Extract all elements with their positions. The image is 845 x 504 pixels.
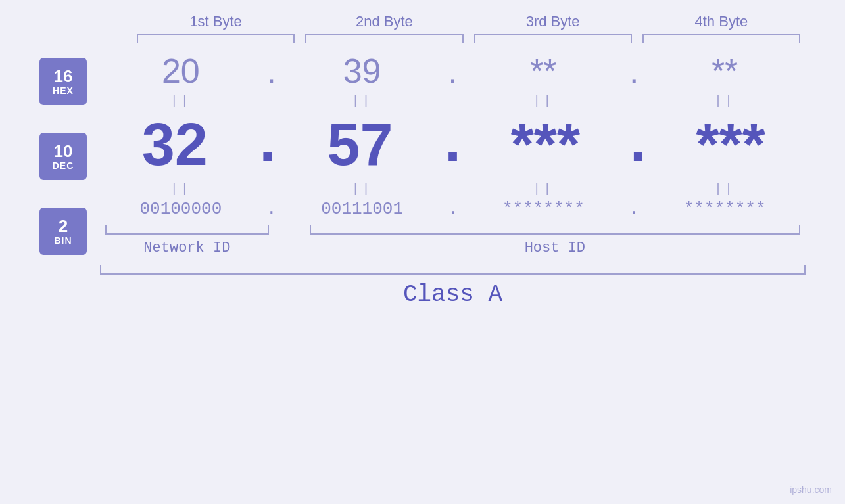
byte-3-header: 3rd Byte [469, 13, 637, 30]
dec-badge: 10 DEC [39, 133, 87, 180]
base-labels-column: 16 HEX 10 DEC 2 BIN [39, 51, 87, 255]
bin-number: 2 [59, 217, 68, 236]
bin-dot-2: . [443, 199, 463, 219]
hex-val-1: 20 [100, 51, 262, 91]
hex-name: HEX [53, 85, 74, 96]
dec-dot-3: . [620, 112, 656, 179]
eq-1-2: || [281, 93, 443, 108]
byte-4-header: 4th Byte [637, 13, 806, 30]
dec-val-1: 32 [100, 111, 250, 179]
dec-val-3: *** [471, 111, 621, 179]
byte-1-header: 1st Byte [132, 13, 300, 30]
network-id-bracket-wrap: Network ID [105, 224, 269, 256]
main-data-area: 16 HEX 10 DEC 2 BIN 20 . [39, 51, 806, 308]
eq-1-3: || [463, 93, 625, 108]
byte-headers-row: 1st Byte 2nd Byte 3rd Byte 4th Byte [39, 13, 806, 30]
byte-2-header: 2nd Byte [300, 13, 468, 30]
dec-number: 10 [54, 142, 73, 161]
values-grid: 20 . 39 . ** . ** [100, 51, 806, 308]
watermark: ipshu.com [790, 484, 832, 495]
eq-1-4: || [644, 93, 806, 108]
dec-dot-2: . [435, 112, 470, 179]
network-id-label: Network ID [105, 240, 269, 256]
eq-2-2: || [281, 181, 443, 196]
bin-values-row: 00100000 . 00111001 . ******** . [100, 199, 806, 219]
bottom-brackets-area: Network ID Host ID [100, 224, 806, 256]
top-bracket-2 [305, 34, 463, 45]
class-bracket [100, 264, 806, 275]
bin-name: BIN [54, 235, 72, 246]
main-container: 1st Byte 2nd Byte 3rd Byte 4th Byte 16 H… [0, 0, 845, 504]
top-bracket-4 [642, 34, 800, 45]
eq-2-3: || [463, 181, 625, 196]
host-id-bracket [310, 224, 800, 235]
hex-values-row: 20 . 39 . ** . ** [100, 51, 806, 91]
top-bracket-3 [474, 34, 632, 45]
class-bracket-section: Class A [100, 264, 806, 308]
network-id-bracket [105, 224, 269, 235]
dec-dot-1: . [250, 112, 285, 179]
bin-val-1: 00100000 [100, 199, 262, 219]
top-bracket-row [39, 34, 806, 45]
hex-val-4: ** [644, 51, 806, 91]
host-id-label: Host ID [310, 240, 800, 256]
dec-name: DEC [53, 160, 74, 171]
dec-val-2: 57 [285, 111, 435, 179]
eq-row-1: || || || || [100, 93, 806, 108]
hex-number: 16 [54, 67, 73, 86]
bin-dot-3: . [624, 199, 644, 219]
hex-val-3: ** [463, 51, 625, 91]
bin-val-2: 00111001 [281, 199, 443, 219]
hex-badge: 16 HEX [39, 58, 87, 105]
hex-dot-1: . [262, 51, 281, 91]
eq-row-2: || || || || [100, 181, 806, 196]
dec-values-row: 32 . 57 . *** . *** [100, 111, 806, 179]
bin-badge: 2 BIN [39, 208, 87, 255]
hex-dot-2: . [443, 51, 463, 91]
bin-dot-1: . [262, 199, 281, 219]
bin-val-3: ******** [463, 199, 625, 219]
hex-val-2: 39 [281, 51, 443, 91]
class-label: Class A [100, 281, 806, 308]
top-bracket-1 [137, 34, 295, 45]
eq-2-4: || [644, 181, 806, 196]
dec-val-4: *** [656, 111, 806, 179]
eq-2-1: || [100, 181, 262, 196]
eq-1-1: || [100, 93, 262, 108]
hex-dot-3: . [624, 51, 644, 91]
bin-val-4: ******** [644, 199, 806, 219]
host-id-bracket-wrap: Host ID [310, 224, 800, 256]
